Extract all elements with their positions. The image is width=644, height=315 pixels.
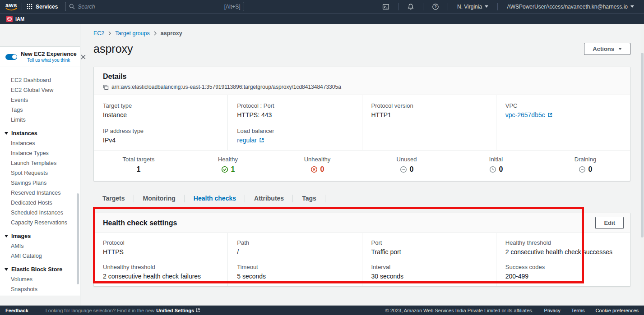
tell-us-link[interactable]: Tell us what you think	[27, 58, 70, 63]
footer: Feedback Looking for language selection?…	[0, 306, 644, 315]
close-icon	[80, 54, 86, 60]
sidebar-nav: EC2 Dashboard EC2 Global View Events Tag…	[0, 67, 80, 294]
load-balancer-link[interactable]: regular	[237, 137, 352, 144]
sidebar-item-amis[interactable]: AMIs	[0, 241, 80, 251]
copy-arn-button[interactable]	[103, 84, 109, 90]
page-title: asproxy	[93, 42, 133, 56]
chevron-down-icon	[618, 48, 622, 50]
tab-tags[interactable]: Tags	[293, 189, 325, 208]
unified-settings-link[interactable]: Unified Settings	[156, 308, 200, 313]
actions-button[interactable]: Actions	[584, 43, 630, 55]
chevron-right-icon	[154, 31, 157, 36]
sidebar-item-volumes[interactable]: Volumes	[0, 274, 80, 284]
field-interval: Interval 30 seconds	[371, 264, 487, 280]
search-box[interactable]: [Alt+S]	[65, 2, 244, 11]
sidebar-section-instances[interactable]: Instances	[0, 128, 80, 138]
field-healthy-threshold: Healthy threshold 2 consecutive health c…	[505, 239, 621, 256]
external-link-icon	[547, 112, 553, 118]
health-check-title: Health check settings	[103, 219, 177, 227]
details-card-header: Details arn:aws:elasticloadbalancing:us-…	[94, 67, 630, 95]
health-check-column: Healthy threshold 2 consecutive health c…	[496, 233, 630, 286]
sidebar-item-ec2-dashboard[interactable]: EC2 Dashboard	[0, 75, 80, 85]
sidebar-section-elastic-block-store[interactable]: Elastic Block Store	[0, 265, 80, 274]
sidebar-item-events[interactable]: Events	[0, 95, 80, 105]
help-button[interactable]: ?	[428, 3, 443, 10]
close-sidebar-button[interactable]	[80, 54, 86, 60]
topbar-divider	[398, 3, 398, 10]
edit-button[interactable]: Edit	[595, 217, 624, 229]
sidebar-scrollbar[interactable]	[77, 193, 79, 284]
new-experience-title: New EC2 Experience	[21, 51, 77, 57]
region-selector[interactable]: N. Virginia	[453, 4, 493, 10]
field-timeout: Timeout 5 seconds	[237, 264, 352, 280]
tab-monitoring[interactable]: Monitoring	[134, 189, 185, 208]
field-target-type: Target type Instance	[103, 102, 218, 119]
details-column: Protocol version HTTP1	[362, 95, 496, 150]
title-row: asproxy Actions	[93, 42, 630, 56]
sidebar-item-instance-types[interactable]: Instance Types	[0, 148, 80, 158]
svg-text:?: ?	[434, 5, 436, 9]
sidebar-item-snapshots[interactable]: Snapshots	[0, 284, 80, 294]
sidebar-item-capacity-reservations[interactable]: Capacity Reservations	[0, 218, 80, 228]
total-healthy: Healthy 1	[183, 156, 273, 173]
sidebar-bottom-spacer	[0, 296, 80, 306]
chevron-right-icon	[108, 31, 111, 36]
sidebar-item-spot-requests[interactable]: Spot Requests	[0, 168, 80, 178]
page-scrollbar[interactable]	[640, 24, 644, 306]
details-column: VPC vpc-2657db5c	[496, 95, 630, 150]
sidebar-item-savings-plans[interactable]: Savings Plans	[0, 178, 80, 188]
arn-value: arn:aws:elasticloadbalancing:us-east-1:3…	[111, 84, 341, 90]
field-port: Port Traffic port	[371, 239, 487, 256]
favorites-bar: IAM	[0, 13, 644, 24]
sidebar-item-scheduled-instances[interactable]: Scheduled Instances	[0, 208, 80, 218]
breadcrumb-ec2[interactable]: EC2	[93, 30, 104, 37]
tab-health-checks[interactable]: Health checks	[185, 189, 245, 208]
health-check-column: Port Traffic port Interval 30 seconds	[362, 233, 496, 286]
sidebar-item-launch-templates[interactable]: Launch Templates	[0, 158, 80, 168]
new-experience-toggle[interactable]	[5, 54, 17, 60]
chevron-down-icon	[485, 5, 488, 8]
total-initial: Initial 0	[451, 156, 541, 173]
tab-attributes[interactable]: Attributes	[245, 189, 293, 208]
external-link-icon	[195, 308, 200, 313]
notifications-button[interactable]	[403, 3, 418, 10]
sidebar-section-images[interactable]: Images	[0, 231, 80, 241]
feedback-link[interactable]: Feedback	[5, 308, 28, 313]
terms-link[interactable]: Terms	[571, 308, 585, 313]
account-menu[interactable]: AWSPowerUserAccess/navaneeth.kn@harness.…	[502, 4, 639, 10]
footer-right-group: © 2023, Amazon Web Services India Privat…	[385, 308, 639, 313]
search-input[interactable]	[78, 4, 221, 10]
cloudshell-terminal-icon	[382, 3, 389, 10]
page-scrollbar-thumb[interactable]	[641, 53, 644, 237]
breadcrumb: EC2 Target groups asproxy	[93, 30, 630, 37]
favorite-iam[interactable]: IAM	[6, 16, 24, 22]
sidebar-item-ami-catalog[interactable]: AMI Catalog	[0, 251, 80, 261]
vpc-link[interactable]: vpc-2657db5c	[505, 111, 621, 119]
cloudshell-button[interactable]	[378, 3, 394, 10]
triangle-down-icon	[5, 268, 8, 271]
sidebar-item-tags[interactable]: Tags	[0, 105, 80, 115]
sidebar-item-ec2-global-view[interactable]: EC2 Global View	[0, 85, 80, 95]
new-experience-panel: New EC2 Experience Tell us what you thin…	[0, 46, 80, 67]
aws-smile-icon	[5, 8, 17, 11]
services-menu-button[interactable]: Services	[27, 4, 58, 10]
cookie-preferences-link[interactable]: Cookie preferences	[596, 308, 639, 313]
sidebar-item-reserved-instances[interactable]: Reserved Instances	[0, 188, 80, 198]
main-content: EC2 Target groups asproxy asproxy Action…	[81, 24, 644, 306]
initial-clock-icon	[489, 166, 496, 173]
breadcrumb-current: asproxy	[161, 30, 182, 37]
sidebar-item-dedicated-hosts[interactable]: Dedicated Hosts	[0, 198, 80, 208]
aws-logo[interactable]: aws	[5, 3, 17, 11]
topbar-right-group: ? N. Virginia AWSPowerUserAccess/navanee…	[378, 3, 639, 10]
sidebar-item-instances[interactable]: Instances	[0, 138, 80, 148]
topbar-divider	[497, 3, 498, 10]
sidebar-item-limits[interactable]: Limits	[0, 115, 80, 125]
toggle-knob	[12, 55, 17, 59]
draining-minus-icon	[579, 166, 586, 173]
privacy-link[interactable]: Privacy	[544, 308, 561, 313]
iam-service-icon	[6, 16, 13, 22]
tab-targets[interactable]: Targets	[93, 189, 134, 208]
tab-bar: Targets Monitoring Health checks Attribu…	[93, 189, 630, 208]
breadcrumb-target-groups[interactable]: Target groups	[115, 30, 149, 37]
topbar-divider	[22, 3, 22, 10]
